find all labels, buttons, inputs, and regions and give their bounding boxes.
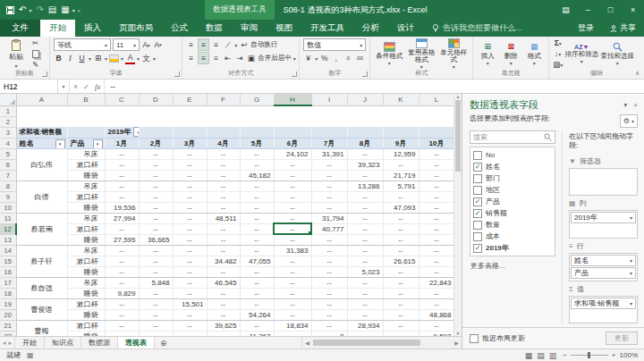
paste-dropdown-icon[interactable]: ▾ [14, 63, 17, 69]
pivot-data-cell[interactable]: -- [240, 234, 274, 245]
area-item-dropdown-icon[interactable]: ▾ [630, 270, 632, 276]
comma-style-icon[interactable]: , [331, 53, 341, 63]
italic-icon[interactable]: I [65, 53, 75, 63]
horizontal-scrollbar[interactable]: ◀ ▶ [301, 337, 462, 348]
empty-cell[interactable] [240, 105, 274, 116]
pivot-data-cell[interactable]: -- [311, 266, 347, 277]
empty-cell[interactable] [311, 105, 347, 116]
field-checkbox[interactable] [473, 151, 482, 160]
pivot-data-cell[interactable]: -- [311, 202, 347, 213]
pivot-data-cell[interactable]: -- [207, 180, 240, 191]
pane-close-icon[interactable]: × [633, 101, 638, 109]
pivot-data-cell[interactable]: -- [419, 170, 453, 180]
accounting-format-icon[interactable]: ¥ [303, 53, 313, 63]
pivot-data-cell[interactable]: -- [139, 180, 173, 191]
pane-options-icon[interactable]: ▾ [623, 101, 627, 109]
column-header-F[interactable]: F [207, 94, 240, 105]
pivot-data-cell[interactable]: -- [139, 320, 173, 331]
insert-function-icon[interactable]: fx [95, 82, 100, 91]
pivot-data-cell[interactable]: -- [173, 159, 207, 170]
empty-cell[interactable] [274, 116, 311, 127]
empty-cell[interactable] [105, 105, 139, 116]
pivot-data-cell[interactable]: -- [347, 309, 383, 320]
tab-开发工具[interactable]: 开发工具 [301, 20, 353, 37]
column-header-L[interactable]: L [419, 94, 453, 105]
name-box-dropdown-icon[interactable]: ▾ [58, 80, 70, 93]
pivot-data-cell[interactable]: 31,794 [311, 213, 347, 223]
year-filter-dropdown-icon[interactable]: ▾ [133, 127, 139, 137]
pivot-data-cell[interactable]: 27,994 [105, 213, 139, 223]
pivot-data-cell[interactable]: -- [105, 148, 139, 159]
pivot-data-cell[interactable]: 54,264 [240, 309, 274, 320]
row-header-9[interactable]: 9 [0, 191, 16, 202]
pivot-data-cell[interactable]: -- [139, 191, 173, 202]
field-checkbox[interactable]: ✓ [473, 197, 482, 206]
vertical-scrollbar[interactable]: ▲ ▼ [453, 94, 462, 336]
pivot-data-cell[interactable]: -- [419, 288, 453, 298]
row-header-19[interactable]: 19 [0, 298, 16, 309]
contextual-tab-分析[interactable]: 分析 [353, 20, 388, 37]
pivot-data-cell[interactable]: -- [419, 256, 453, 266]
empty-cell[interactable] [419, 105, 453, 116]
pivot-data-cell[interactable]: -- [347, 202, 383, 213]
empty-cell[interactable] [139, 105, 173, 116]
pivot-data-cell[interactable]: -- [274, 180, 311, 191]
empty-cell[interactable] [383, 105, 419, 116]
select-all-button[interactable] [0, 94, 16, 105]
wrap-text-icon[interactable]: ↩ [239, 39, 249, 50]
increase-decimal-icon[interactable]: .0 [343, 53, 352, 63]
share-button[interactable]: 共享 [602, 20, 644, 37]
cut-icon[interactable]: ✂ [30, 38, 40, 48]
tab-file[interactable]: 文件 [0, 20, 40, 37]
merge-dropdown-icon[interactable]: ▾ [293, 55, 296, 62]
pivot-data-cell[interactable]: -- [419, 245, 453, 256]
pivot-data-cell[interactable]: -- [347, 277, 383, 288]
contextual-tab-设计[interactable]: 设计 [388, 20, 423, 37]
column-header-K[interactable]: K [383, 94, 419, 105]
pivot-data-cell[interactable]: -- [240, 245, 274, 256]
pivot-data-cell[interactable]: 13,286 [347, 180, 383, 191]
empty-cell[interactable] [173, 105, 207, 116]
pivot-data-cell[interactable]: -- [105, 320, 139, 331]
pivot-data-cell[interactable]: -- [311, 245, 347, 256]
scroll-right-icon[interactable]: ▶ [452, 340, 462, 346]
autosum-icon[interactable]: Σ▾ [553, 38, 563, 48]
pivot-data-cell[interactable]: 9,829 [105, 288, 139, 298]
merge-center-icon[interactable]: ▣ [246, 53, 256, 63]
pivot-data-cell[interactable]: -- [274, 277, 311, 288]
update-button[interactable]: 更新 [606, 332, 638, 345]
pivot-data-cell[interactable]: -- [383, 234, 419, 245]
rows-area-box[interactable]: 姓名▾产品▾ [569, 253, 638, 281]
filters-area-box[interactable] [569, 168, 638, 196]
qat-button2-icon[interactable]: ▦ [61, 5, 69, 14]
area-item-dropdown-icon[interactable]: ▾ [630, 214, 632, 221]
tab-公式[interactable]: 公式 [162, 20, 197, 37]
phonetic-guide-icon[interactable]: 文 [141, 53, 151, 63]
pivot-data-cell[interactable]: -- [207, 288, 240, 298]
pivot-data-cell[interactable]: -- [347, 213, 383, 223]
field-item-地区[interactable]: 地区 [473, 184, 552, 196]
close-icon[interactable]: × [622, 0, 644, 20]
font-color-icon[interactable]: A [125, 52, 135, 64]
minimize-icon[interactable]: – [577, 0, 599, 20]
pivot-data-cell[interactable]: -- [207, 309, 240, 320]
pivot-data-cell[interactable]: 5,848 [139, 277, 173, 288]
pivot-data-cell[interactable]: -- [383, 298, 419, 309]
column-header-G[interactable]: G [240, 94, 274, 105]
format-cells-button[interactable]: ▦ 格式 ▾ [523, 38, 545, 70]
zoom-in-icon[interactable]: + [612, 351, 616, 359]
qat-customize-icon[interactable]: ▿ [78, 7, 80, 13]
field-item-姓名[interactable]: ✓姓名 [473, 161, 552, 172]
tab-数据[interactable]: 数据 [197, 20, 232, 37]
conditional-formatting-button[interactable]: 条件格式 ▾ [374, 38, 404, 70]
pivot-data-cell[interactable]: -- [419, 159, 453, 170]
pivot-data-cell[interactable]: -- [173, 266, 207, 277]
pivot-data-cell[interactable]: -- [105, 266, 139, 277]
pivot-data-cell[interactable]: -- [347, 234, 383, 245]
row-header-10[interactable]: 10 [0, 202, 16, 213]
column-header-J[interactable]: J [347, 94, 383, 105]
fill-icon[interactable]: ↓▾ [553, 49, 563, 59]
pivot-data-cell[interactable]: -- [173, 148, 207, 159]
sheet-tab-数据源[interactable]: 数据源 [81, 337, 118, 348]
field-item-No[interactable]: No [473, 149, 552, 161]
